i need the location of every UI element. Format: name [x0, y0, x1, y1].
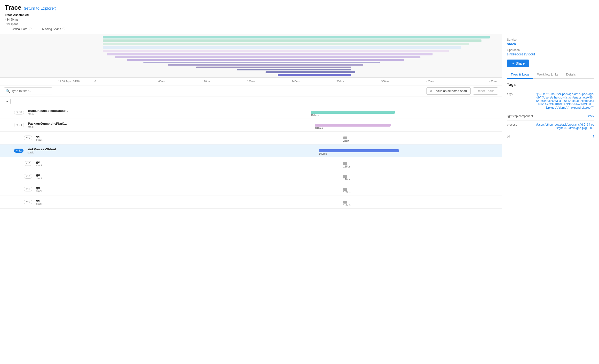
- span-name: PackageDump.ghcPkgC...: [28, 122, 76, 125]
- span-bar-area: 101ms: [79, 120, 500, 130]
- minimap-bar: [103, 50, 449, 52]
- span-name: gc: [36, 186, 85, 189]
- minimap: [0, 34, 502, 78]
- tab-tags-&-logs[interactable]: Tags & Logs: [507, 71, 533, 79]
- minimap-bar: [143, 62, 380, 63]
- search-input[interactable]: [4, 87, 52, 94]
- return-to-explorer-link[interactable]: (return to Explorer): [24, 6, 56, 11]
- minimap-bar: [103, 39, 482, 42]
- span-row[interactable]: ∨ 68 Build.Installed.loadDatab... stack …: [0, 106, 502, 119]
- right-panel: Service stack Operation sinkProcessStdou…: [502, 34, 599, 364]
- span-toggle-button[interactable]: ∨ 68: [14, 110, 24, 114]
- span-duration: 195μs: [343, 203, 350, 206]
- span-name: gc: [36, 135, 85, 138]
- tabs-bar: Tags & LogsWorkflow LinksDetails: [507, 71, 594, 79]
- service-value: stack: [507, 42, 594, 46]
- tag-value: stack: [536, 114, 594, 118]
- minimap-bar: [196, 67, 351, 68]
- span-bar-area: 163μs: [88, 184, 500, 194]
- span-bar-area: 195μs: [88, 197, 500, 207]
- span-toggle-button[interactable]: ∨ 0: [24, 200, 32, 204]
- span-bar: [343, 175, 347, 178]
- tag-row: process /Users/ethercrow/.stack/programs…: [507, 120, 594, 132]
- span-name: Build.Installed.loadDatab...: [28, 109, 76, 112]
- service-label: Service: [507, 38, 594, 41]
- time-axis-label: 180ms: [229, 80, 273, 83]
- span-row[interactable]: ∨ 0 gc stack 163μs: [0, 183, 502, 196]
- span-duration: 107ms: [311, 114, 319, 117]
- reset-focus-button[interactable]: Reset Focus: [473, 87, 498, 95]
- tags-heading: Tags: [507, 83, 594, 87]
- page-title: Trace: [5, 4, 21, 11]
- tag-key: args: [507, 93, 536, 109]
- time-axis-label: 120ms: [184, 80, 229, 83]
- span-bar-area: 31μs: [88, 133, 500, 143]
- tab-workflow-links[interactable]: Workflow Links: [533, 71, 562, 79]
- span-bar: [343, 162, 347, 165]
- span-bar: [343, 201, 347, 203]
- missing-spans-legend: Missing Spans ⓘ: [35, 27, 65, 32]
- minimap-bar: [115, 56, 420, 58]
- missing-spans-icon: [35, 29, 41, 29]
- tag-row: args "["--user","--no-user-package-db","…: [507, 90, 594, 112]
- minimap-bar: [265, 71, 355, 73]
- time-axis-label: 300ms: [318, 80, 363, 83]
- span-toggle-button[interactable]: ∨ 0: [24, 187, 32, 191]
- tag-key: tid: [507, 135, 536, 138]
- span-duration: 163μs: [343, 191, 350, 194]
- span-row[interactable]: ∨ 0 gc stack 135μs: [0, 157, 502, 170]
- focus-span-button[interactable]: ⧉ Focus on selected span: [426, 87, 471, 95]
- span-name: gc: [36, 173, 85, 177]
- span-meta: gc stack: [34, 135, 88, 141]
- operation-value: sinkProcessStdout: [507, 52, 594, 56]
- tag-row: lightstep.component stack: [507, 112, 594, 120]
- span-toggle-button[interactable]: ∨ 34: [14, 123, 24, 127]
- trace-assembled-label: Trace Assembled: [5, 13, 594, 17]
- span-service: stack: [36, 202, 88, 205]
- span-row[interactable]: ∨ 34 PackageDump.ghcPkgC... stack 101ms: [0, 119, 502, 132]
- span-toggle-button[interactable]: ∨ 0: [24, 135, 32, 140]
- span-row[interactable]: ∨ 32 sinkProcessStdout stack 100ms: [0, 144, 502, 157]
- span-meta: gc stack: [34, 186, 88, 192]
- span-meta: gc stack: [34, 173, 88, 180]
- share-icon: ↗: [511, 61, 514, 65]
- span-meta: PackageDump.ghcPkgC... stack: [26, 122, 79, 128]
- minimap-bar: [237, 69, 351, 70]
- share-button[interactable]: ↗ Share: [507, 59, 529, 67]
- span-bar: [343, 188, 347, 191]
- span-service: stack: [27, 151, 79, 154]
- search-wrap: 🔍: [4, 87, 52, 94]
- time-axis-label: 485ms: [452, 80, 497, 83]
- span-service: stack: [36, 164, 88, 167]
- tag-row: tid 4: [507, 132, 594, 141]
- span-toggle-button[interactable]: ∨ 32: [14, 149, 24, 153]
- span-duration: 31μs: [343, 139, 349, 142]
- time-axis-label: 360ms: [363, 80, 408, 83]
- operation-label: Operation: [507, 48, 594, 52]
- tags-content: Tags args "["--user","--no-user-package-…: [502, 79, 599, 364]
- minimap-bar: [103, 43, 469, 45]
- collapse-all-button[interactable]: −: [4, 99, 11, 104]
- tab-details[interactable]: Details: [562, 71, 580, 79]
- span-row[interactable]: ∨ 0 gc stack 190μs: [0, 170, 502, 183]
- span-meta: Build.Installed.loadDatab... stack: [26, 109, 79, 115]
- time-axis-label: 0: [95, 80, 139, 83]
- span-row[interactable]: ∨ 0 gc stack 31μs: [0, 132, 502, 144]
- tag-key: lightstep.component: [507, 114, 536, 118]
- span-meta: sinkProcessStdout stack: [26, 147, 79, 154]
- span-bar-area: 100ms: [79, 146, 500, 156]
- span-meta: gc stack: [34, 160, 88, 167]
- span-name: gc: [36, 160, 85, 164]
- span-toggle-button[interactable]: ∨ 0: [24, 174, 32, 179]
- span-service: stack: [36, 177, 88, 180]
- filter-icon: ⧉: [430, 89, 432, 93]
- span-bar-area: 190μs: [88, 172, 500, 181]
- tag-value: "["--user","--no-user-package-db","--pac…: [536, 93, 594, 109]
- minimap-bar: [107, 53, 432, 55]
- minimap-bar: [278, 74, 351, 76]
- span-toggle-button[interactable]: ∨ 0: [24, 161, 32, 166]
- span-bar: [315, 124, 390, 127]
- span-row[interactable]: ∨ 0 gc stack 195μs: [0, 196, 502, 209]
- time-axis: 11:58:44pm 04/18 060ms120ms180ms240ms300…: [0, 78, 502, 85]
- span-bar-area: 107ms: [79, 108, 500, 117]
